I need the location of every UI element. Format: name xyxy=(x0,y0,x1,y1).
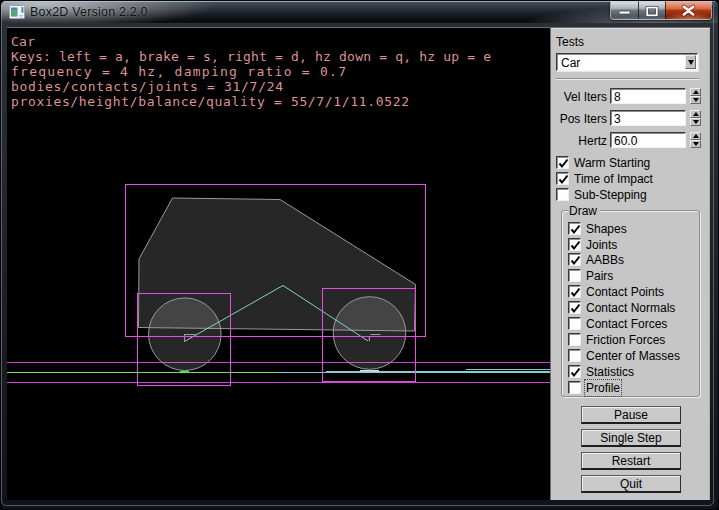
icon-shape xyxy=(12,10,18,17)
checkbox-label: Contact Normals xyxy=(586,301,675,315)
tests-dropdown[interactable]: Car xyxy=(556,53,698,71)
checkmark-icon xyxy=(569,286,582,299)
checkbox-box[interactable] xyxy=(556,156,569,169)
spinner-down-button[interactable] xyxy=(690,140,701,148)
checkbox-box[interactable] xyxy=(568,238,581,251)
debug-text-line: Keys: left = a, brake = s, right = d, hz… xyxy=(11,49,491,64)
checkbox-box[interactable] xyxy=(568,381,581,394)
spinner-value: 60.0 xyxy=(614,134,637,148)
spinner-pos-iters: Pos Iters 3 xyxy=(551,110,711,126)
spinner-label: Hertz xyxy=(551,134,607,148)
icon-shape xyxy=(572,226,580,233)
checkbox-label: Statistics xyxy=(586,365,634,379)
checkbox-box[interactable] xyxy=(568,317,581,330)
minimize-button[interactable] xyxy=(611,1,638,19)
checkbox-box[interactable] xyxy=(568,365,581,378)
checkbox-box[interactable] xyxy=(556,188,569,201)
maximize-button[interactable] xyxy=(638,1,665,19)
checkmark-icon xyxy=(569,239,582,252)
spinner-label: Pos Iters xyxy=(551,112,607,126)
debug-text-line: Car xyxy=(11,34,35,49)
checkbox-label: Shapes xyxy=(586,222,627,236)
minimize-icon xyxy=(611,1,638,20)
tests-label: Tests xyxy=(556,35,584,49)
checkbox-box[interactable] xyxy=(568,333,581,346)
contact-point-left xyxy=(180,371,189,373)
debug-draw: CarKeys: left = a, brake = s, right = d,… xyxy=(7,28,550,500)
close-icon xyxy=(666,1,711,20)
arrow-up-icon xyxy=(693,112,699,116)
checkbox-box[interactable] xyxy=(568,269,581,282)
title-bar[interactable]: Box2D Version 2.2.0 xyxy=(1,1,718,23)
checkmark-icon xyxy=(557,157,570,170)
checkbox-box[interactable] xyxy=(568,222,581,235)
spinner-up-button[interactable] xyxy=(690,132,701,140)
checkbox-box[interactable] xyxy=(568,301,581,314)
checkbox-label: Warm Starting xyxy=(574,156,650,170)
tests-dropdown-arrow[interactable] xyxy=(685,55,696,69)
checkmark-icon xyxy=(569,302,582,315)
app-window: Box2D Version 2.2.0 C xyxy=(0,0,719,510)
chevron-down-icon xyxy=(688,60,694,65)
spinner-vel-iters: Vel Iters 8 xyxy=(551,88,711,104)
icon-shape xyxy=(572,289,580,296)
app-icon xyxy=(9,5,25,19)
checkbox-box[interactable] xyxy=(568,253,581,266)
icon-shape xyxy=(560,176,568,183)
checkbox-label: Joints xyxy=(586,238,617,252)
icon-shape xyxy=(19,15,23,16)
spinner-input[interactable]: 60.0 xyxy=(610,132,686,148)
separator xyxy=(556,78,699,80)
checkbox-label: Sub-Stepping xyxy=(574,188,647,202)
checkbox-label: Contact Points xyxy=(586,285,664,299)
checkbox-box[interactable] xyxy=(568,349,581,362)
tests-dropdown-value: Car xyxy=(561,56,580,70)
debug-text-line: proxies/height/balance/quality = 55/7/1/… xyxy=(11,94,409,109)
arrow-down-icon xyxy=(693,142,699,146)
arrow-down-icon xyxy=(693,120,699,124)
window-title: Box2D Version 2.2.0 xyxy=(30,5,148,19)
debug-text-line: bodies/contacts/joints = 31/7/24 xyxy=(11,79,283,94)
icon-shape xyxy=(560,160,568,167)
spinner-down-button[interactable] xyxy=(690,118,701,126)
client-area: CarKeys: left = a, brake = s, right = d,… xyxy=(7,28,710,500)
spinner-up-button[interactable] xyxy=(690,110,701,118)
contact-point-right xyxy=(360,370,379,372)
spinner-up-button[interactable] xyxy=(690,88,701,96)
checkbox-label: Contact Forces xyxy=(586,317,667,331)
pause-button[interactable]: Pause xyxy=(581,406,681,424)
single-step-button[interactable]: Single Step xyxy=(581,429,681,447)
icon-shape xyxy=(22,10,24,13)
icon-shape xyxy=(647,7,657,15)
checkbox-box[interactable] xyxy=(568,285,581,298)
checkbox-box[interactable] xyxy=(556,172,569,185)
icon-shape xyxy=(572,242,580,249)
app-icon-image xyxy=(9,5,25,19)
icon-shape xyxy=(572,257,580,264)
spinner-buttons xyxy=(690,88,701,104)
spinner-input[interactable]: 3 xyxy=(610,110,686,126)
checkbox-label: Profile xyxy=(586,381,620,395)
spinner-down-button[interactable] xyxy=(690,96,701,104)
checkmark-icon xyxy=(569,366,582,379)
restart-button[interactable]: Restart xyxy=(581,452,681,470)
caption-buttons xyxy=(610,1,712,20)
spinner-label: Vel Iters xyxy=(551,90,607,104)
spinner-buttons xyxy=(690,132,701,148)
debug-text-line: frequency = 4 hz, damping ratio = 0.7 xyxy=(11,64,346,79)
spinner-value: 3 xyxy=(614,112,621,126)
wheel-right xyxy=(333,297,406,370)
simulation-canvas[interactable]: CarKeys: left = a, brake = s, right = d,… xyxy=(7,28,550,500)
icon-shape xyxy=(619,11,630,14)
checkbox-label: Time of Impact xyxy=(574,172,653,186)
arrow-up-icon xyxy=(693,90,699,94)
spinner-input[interactable]: 8 xyxy=(610,88,686,104)
quit-button[interactable]: Quit xyxy=(581,475,681,493)
maximize-icon xyxy=(639,1,665,20)
arrow-down-icon xyxy=(693,98,699,102)
checkmark-icon xyxy=(569,254,582,267)
checkbox-label: Center of Masses xyxy=(586,349,680,363)
close-button[interactable] xyxy=(665,1,711,19)
checkbox-label: Friction Forces xyxy=(586,333,665,347)
icon-shape xyxy=(572,369,580,376)
